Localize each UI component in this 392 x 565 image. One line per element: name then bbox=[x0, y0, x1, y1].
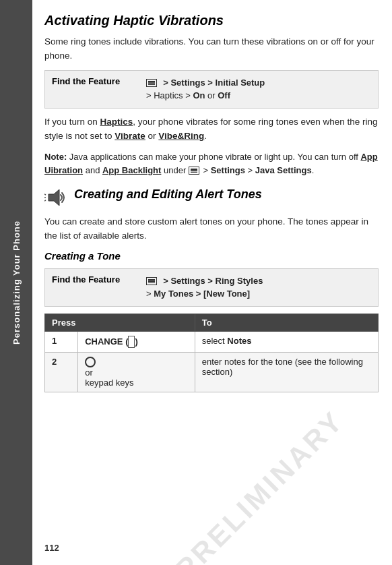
find-feature-box-2: Find the Feature > Settings > Ring Style… bbox=[44, 268, 379, 307]
svg-line-3 bbox=[44, 200, 46, 201]
table-row: 2 or keypad keys enter notes for the ton… bbox=[45, 352, 379, 392]
path-settings: > Settings > bbox=[163, 78, 213, 88]
path-my-tones-bold: My Tones > [New Tone] bbox=[154, 289, 250, 299]
haptics-para: If you turn on Haptics, your phone vibra… bbox=[44, 115, 379, 144]
note-para: Note: Java applications can make your ph… bbox=[44, 150, 379, 177]
table-row: 1 CHANGE (​) select Notes bbox=[45, 331, 379, 352]
row2-press: or keypad keys bbox=[78, 352, 195, 392]
row1-btn-icon: ​ bbox=[128, 336, 135, 348]
svg-marker-0 bbox=[48, 189, 59, 206]
find-feature-path-1: > Settings > Initial Setup > Haptics > O… bbox=[146, 76, 265, 102]
menu-icon-3 bbox=[146, 277, 157, 285]
path-off: Off bbox=[218, 90, 230, 100]
section2-intro: You can create and store custom alert to… bbox=[44, 215, 379, 243]
circle-icon bbox=[85, 357, 96, 367]
main-content: Activating Haptic Vibrations Some ring t… bbox=[32, 0, 392, 565]
row1-press: CHANGE (​) bbox=[78, 331, 195, 352]
find-feature-box-1: Find the Feature > Settings > Initial Se… bbox=[44, 70, 379, 109]
path-ring-styles: Ring Styles bbox=[216, 276, 263, 286]
path-my-tones: > bbox=[146, 289, 154, 299]
table-col-press: Press bbox=[45, 314, 195, 331]
page-number: 112 bbox=[44, 543, 59, 553]
path-initial-setup: Initial Setup bbox=[216, 78, 265, 88]
table-col-to: To bbox=[195, 314, 378, 331]
row1-to: select Notes bbox=[195, 331, 378, 352]
menu-icon-inline bbox=[146, 78, 161, 88]
sidebar-label: Personalizing Your Phone bbox=[11, 220, 22, 345]
section2-header: Creating and Editing Alert Tones bbox=[44, 184, 379, 210]
subsection-title: Creating a Tone bbox=[44, 250, 379, 262]
path-haptics: > Haptics > bbox=[146, 90, 193, 100]
find-feature-label-2: Find the Feature bbox=[52, 274, 139, 285]
row2-to: enter notes for the tone (see the follow… bbox=[195, 352, 378, 392]
watermark: PRELIMINARY bbox=[170, 405, 351, 565]
row1-num: 1 bbox=[45, 331, 78, 352]
section2-title: Creating and Editing Alert Tones bbox=[74, 187, 262, 202]
path-on: On bbox=[193, 90, 205, 100]
row2-num: 2 bbox=[45, 352, 78, 392]
find-feature-path-2: > Settings > Ring Styles > My Tones > [N… bbox=[146, 274, 263, 301]
row1-press-text: CHANGE ( bbox=[85, 336, 128, 347]
speaker-icon bbox=[44, 185, 69, 210]
section1-intro: Some ring tones include vibrations. You … bbox=[44, 35, 379, 63]
find-feature-label-1: Find the Feature bbox=[52, 76, 139, 86]
path-or: or bbox=[205, 90, 218, 100]
sidebar: Personalizing Your Phone bbox=[0, 0, 32, 565]
row1-notes: Notes bbox=[227, 336, 251, 346]
press-to-table: Press To 1 CHANGE (​) select Notes 2 or bbox=[44, 314, 379, 393]
row2-keypad: keypad keys bbox=[85, 378, 133, 388]
row1-press-close: ) bbox=[135, 336, 137, 347]
menu-icon-1 bbox=[146, 79, 157, 87]
menu-icon-2 bbox=[189, 167, 199, 175]
section1-title: Activating Haptic Vibrations bbox=[44, 12, 379, 28]
menu-icon-inline-2 bbox=[146, 276, 161, 286]
path-settings-2: > Settings > bbox=[163, 276, 213, 286]
row2-or: or bbox=[85, 367, 93, 378]
svg-line-1 bbox=[44, 194, 46, 195]
